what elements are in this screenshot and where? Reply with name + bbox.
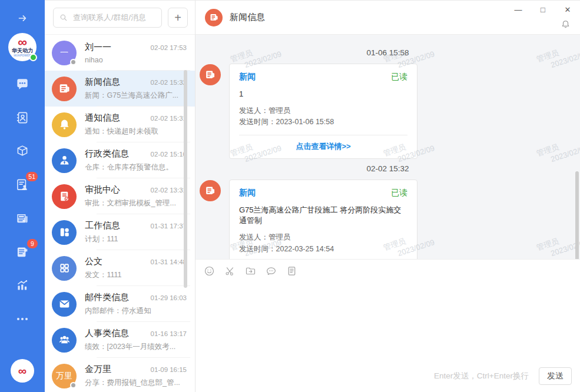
send-file-button[interactable]: [244, 265, 257, 277]
minimize-button[interactable]: —: [512, 4, 525, 16]
message-input[interactable]: [195, 278, 580, 367]
conversation-preview: 审批：文档审批模板_管理...: [85, 198, 187, 208]
search-box[interactable]: [53, 8, 162, 28]
messages-scrollbar[interactable]: [575, 171, 579, 259]
screenshot-button[interactable]: [224, 265, 236, 277]
conversation-name: 公文: [85, 256, 102, 267]
grid-icon: [57, 261, 72, 275]
news-icon: [204, 68, 217, 81]
logo-text: 华天动力: [12, 48, 33, 54]
news-icon: [57, 81, 72, 96]
conversation-item[interactable]: 新闻信息 02-02 15:32 新闻：G75兰海高速公路广...: [45, 71, 195, 107]
notes-badge: 9: [27, 239, 38, 248]
conversation-preview: 仓库：仓库库存预警信息。: [85, 162, 187, 172]
window-controls: — □ ✕: [512, 4, 574, 16]
conversation-item[interactable]: 万里 金万里 01-09 16:15 分享：费用报销_信息部_管...: [45, 358, 195, 392]
read-status: 已读: [391, 188, 407, 198]
sidebar-item-news[interactable]: [15, 211, 30, 226]
message-content: 1: [239, 89, 407, 100]
message-area: 01-06 15:58 新闻 已读 1 发送人：管理员 发送时间：2023-01: [195, 35, 580, 259]
scissors-icon: [224, 265, 236, 277]
conversation-item[interactable]: 审批中心 02-02 13:31 审批：文档审批模板_管理...: [45, 178, 195, 214]
conversation-body: 邮件类信息 01-29 16:03 内部邮件：停水通知: [85, 292, 187, 316]
sender-avatar: [200, 180, 221, 201]
search-row: +: [45, 1, 195, 35]
message-sent-time: 发送时间：2023-01-06 15:58: [239, 117, 407, 128]
message-sender: 发送人：管理员: [239, 105, 407, 117]
conversation-time: 02-02 15:32: [151, 79, 187, 86]
brand-logo-bottom: ∞: [11, 359, 34, 383]
conversation-time: 01-29 16:03: [151, 294, 187, 301]
infinity-logo-icon: ∞: [18, 365, 26, 377]
maximize-button[interactable]: □: [536, 4, 549, 16]
message-group: 02-02 15:32 新闻 已读 G75兰海高速公路广甘段施工 将分两阶段实施…: [195, 164, 580, 259]
view-details-link[interactable]: 点击查看详情>>: [239, 135, 407, 153]
conversation-item[interactable]: 通知信息 02-02 15:31 通知：快递超时未领取: [45, 107, 195, 142]
sidebar-item-more[interactable]: [15, 311, 30, 327]
composer-toolbar: [195, 260, 580, 278]
message-sender: 发送人：管理员: [239, 232, 407, 243]
collapse-arrow-button[interactable]: [16, 12, 29, 25]
conversation-body: 刘一一 02-02 17:53 nihao: [85, 42, 187, 64]
doc-check-icon: [57, 189, 72, 204]
sidebar-item-tasks[interactable]: 51: [15, 177, 30, 192]
close-button[interactable]: ✕: [561, 4, 574, 16]
avatar: 一: [52, 41, 77, 65]
chat-avatar: [205, 9, 223, 26]
conversation-item[interactable]: 工作信息 01-31 17:37 计划：111: [45, 214, 195, 250]
dashboard-icon: [57, 225, 72, 240]
read-status: 已读: [391, 72, 407, 82]
mail-icon: [57, 297, 72, 311]
conversation-item[interactable]: 人事类信息 01-16 13:17 绩效：[2023年一月绩效考...: [45, 322, 195, 358]
sidebar-item-contacts[interactable]: [15, 110, 30, 125]
conversation-name: 审批中心: [85, 184, 120, 195]
conversation-item[interactable]: 公文 01-31 14:48 发文：1111: [45, 250, 195, 286]
send-button[interactable]: 发送: [539, 367, 572, 385]
add-button[interactable]: +: [168, 8, 188, 28]
notes-button[interactable]: [286, 265, 298, 277]
sidebar-item-notes[interactable]: 9: [15, 244, 30, 260]
message-timestamp: 02-02 15:32: [195, 164, 580, 173]
send-row: Enter发送，Ctrl+Enter换行 发送: [195, 367, 580, 392]
conversation-body: 公文 01-31 14:48 发文：1111: [85, 256, 187, 280]
conversation-body: 通知信息 02-02 15:31 通知：快递超时未领取: [85, 112, 187, 137]
conversation-item[interactable]: 一 刘一一 02-02 17:53 nihao: [45, 35, 195, 71]
search-input[interactable]: [72, 12, 156, 22]
avatar: [52, 328, 77, 353]
avatar: 万里: [52, 364, 77, 388]
sidebar-item-messages[interactable]: [15, 77, 30, 92]
message-group: 01-06 15:58 新闻 已读 1 发送人：管理员 发送时间：2023-01: [195, 48, 580, 159]
conversation-body: 金万里 01-09 16:15 分享：费用报销_信息部_管...: [85, 364, 187, 388]
sidebar-item-apps[interactable]: [15, 144, 30, 159]
conversation-name: 行政类信息: [85, 148, 129, 160]
conversation-time: 02-02 15:31: [151, 115, 187, 122]
conversation-body: 审批中心 02-02 13:31 审批：文档审批模板_管理...: [85, 184, 187, 208]
message-content: G75兰海高速公路广甘段施工 将分两阶段实施交通管制: [239, 205, 407, 227]
conversation-item[interactable]: 行政类信息 02-02 15:10 仓库：仓库库存预警信息。: [45, 142, 195, 178]
presence-dot: [70, 382, 77, 388]
conversation-preview: 分享：费用报销_信息部_管...: [85, 378, 187, 388]
emoji-button[interactable]: [203, 265, 216, 277]
chat-history-button[interactable]: [265, 265, 277, 277]
message-sent-time: 发送时间：2022-03-25 14:54: [239, 244, 407, 255]
ellipsis-icon: [15, 311, 30, 327]
conversation-preview: 新闻：G75兰海高速公路广...: [85, 91, 187, 101]
message-card: 新闻 已读 1 发送人：管理员 发送时间：2023-01-06 15:58 点击…: [229, 64, 417, 159]
conversation-body: 行政类信息 02-02 15:10 仓库：仓库库存预警信息。: [85, 148, 187, 172]
arrow-right-icon: [16, 12, 29, 25]
company-logo: ∞ 华天动力 HUAPOWER: [8, 33, 37, 61]
infinity-logo-icon: ∞: [18, 37, 27, 48]
avatar: [52, 148, 77, 173]
conversation-item[interactable]: 邮件类信息 01-29 16:03 内部邮件：停水通知: [45, 286, 195, 322]
avatar: [52, 292, 77, 317]
conversation-name: 刘一一: [85, 42, 111, 53]
list-scrollbar[interactable]: [184, 70, 187, 288]
conversation-preview: 通知：快递超时未领取: [85, 127, 187, 137]
people-icon: [57, 333, 72, 347]
person-tie-icon: [57, 153, 72, 168]
notification-bell-button[interactable]: [560, 19, 571, 32]
chat-dots-icon: [265, 265, 277, 277]
sidebar-item-reports[interactable]: [15, 278, 30, 293]
conversation-body: 新闻信息 02-02 15:32 新闻：G75兰海高速公路广...: [85, 77, 187, 101]
conversation-name: 工作信息: [85, 220, 120, 231]
